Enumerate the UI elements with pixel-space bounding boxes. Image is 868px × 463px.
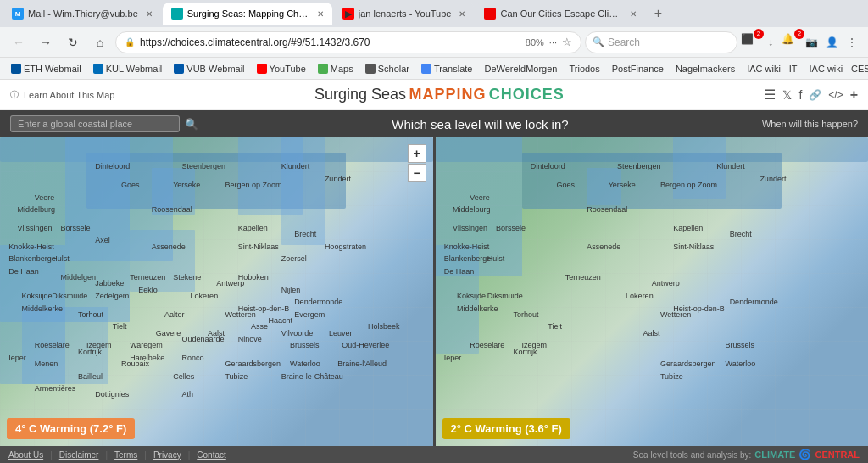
forward-button[interactable]: → — [34, 31, 58, 54]
brand-name: CLIMATE — [754, 449, 795, 460]
tab-youtube[interactable]: ▶ jan lenaerts - YouTube ✕ — [334, 3, 475, 25]
bookmark-eth[interactable]: ETH Webmail — [7, 62, 86, 75]
reload-button[interactable]: ↻ — [61, 31, 85, 54]
bookmark-youtube-label: YouTube — [270, 64, 306, 74]
profile-icon[interactable]: 👤 — [822, 33, 841, 52]
footer-terms[interactable]: Terms — [114, 450, 137, 460]
menu-icon[interactable]: ☰ — [764, 86, 776, 103]
footer-links: About Us | Disclaimer | Terms | Privacy … — [8, 450, 226, 460]
left-temp-badge: 4° C Warming (7.2° F) — [7, 418, 135, 439]
nav-bar: ← → ↻ ⌂ 🔒 https://choices.climatecentral… — [0, 27, 868, 58]
app-header-left: ⓘ Learn About This Map — [10, 89, 114, 101]
bookmark-triodos[interactable]: Triodos — [565, 62, 604, 75]
bookmark-postfinance[interactable]: PostFinance — [608, 62, 668, 75]
tab-climate-favicon — [484, 8, 496, 20]
twitter-icon[interactable]: 𝕏 — [782, 88, 792, 102]
add-icon[interactable]: + — [850, 87, 858, 103]
footer-privacy[interactable]: Privacy — [153, 450, 181, 460]
zoom-in-button[interactable]: + — [408, 144, 426, 163]
embed-icon[interactable]: </> — [828, 89, 843, 101]
download-icon[interactable]: ↓ — [761, 33, 780, 52]
bookmark-scholar-label: Scholar — [378, 64, 409, 74]
bookmark-kul[interactable]: KUL Webmail — [89, 62, 167, 75]
tab-mapping-close[interactable]: ✕ — [317, 9, 324, 19]
extensions-icon[interactable]: ⬛ 2 — [741, 33, 760, 52]
bookmark-deworldmorgen-label: DeWereldMorgen — [484, 64, 557, 74]
bookmark-scholar[interactable]: Scholar — [361, 62, 414, 75]
bookmark-iac-cesm[interactable]: IAC wiki - CESM — [805, 62, 869, 75]
bookmark-maps[interactable]: Maps — [314, 62, 358, 75]
search-submit-icon[interactable]: 🔍 — [185, 118, 198, 131]
learn-about-map-link[interactable]: Learn About This Map — [24, 90, 114, 100]
bookmark-nagelmackers[interactable]: Nagelmackers — [671, 62, 739, 75]
more-options-icon[interactable]: ··· — [549, 37, 557, 47]
right-temp-badge: 2° C Warming (3.6° F) — [442, 418, 570, 439]
brand-name2: CENTRAL — [815, 449, 860, 460]
tab-mapping[interactable]: Surging Seas: Mapping Choices ✕ — [163, 3, 332, 25]
footer-disclaimer[interactable]: Disclaimer — [59, 450, 99, 460]
maps-container: Dinteloord Steenbergen Klundert Veere Go… — [0, 137, 868, 446]
settings-icon[interactable]: ⋮ — [843, 33, 861, 52]
search-icon: 🔍 — [593, 36, 604, 47]
app-header: ⓘ Learn About This Map Surging Seas MAPP… — [0, 80, 868, 110]
bookmark-deworldmorgen[interactable]: DeWereldMorgen — [480, 62, 561, 75]
left-map-terrain: Dinteloord Steenbergen Klundert Veere Go… — [0, 137, 433, 446]
bookmark-iac-cesm-label: IAC wiki - CESM — [810, 64, 869, 74]
tab-climate-label: Can Our Cities Escape Climate ... — [500, 8, 622, 19]
bookmark-star-icon[interactable]: ☆ — [562, 36, 572, 48]
bookmark-translate-label: Translate — [434, 64, 472, 74]
security-lock-icon: 🔒 — [125, 37, 135, 47]
bookmark-eth-label: ETH Webmail — [24, 64, 81, 74]
footer-about[interactable]: About Us — [8, 450, 43, 460]
zoom-out-button[interactable]: − — [408, 164, 426, 182]
bookmark-translate[interactable]: Translate — [417, 62, 476, 75]
tab-mail-close[interactable]: ✕ — [146, 9, 153, 19]
when-label[interactable]: When will this happen? — [762, 119, 858, 129]
tab-mail-favicon: M — [12, 8, 24, 20]
credit-text: Sea level tools and analysis by: — [633, 450, 752, 460]
notifications-icon[interactable]: 🔔 2 — [782, 33, 800, 52]
screenshot-icon[interactable]: 📷 — [802, 33, 821, 52]
bookmark-scholar-favicon — [365, 64, 376, 74]
question-bar: 🔍 Which sea level will we lock in? When … — [0, 110, 868, 137]
tab-youtube-label: jan lenaerts - YouTube — [359, 8, 452, 19]
bookmark-maps-label: Maps — [331, 64, 353, 74]
bookmark-triodos-label: Triodos — [569, 64, 599, 74]
home-button[interactable]: ⌂ — [88, 31, 112, 54]
address-bar[interactable]: 🔒 https://choices.climatecentral.org/#9/… — [115, 31, 581, 53]
map-split-divider — [433, 137, 436, 446]
url-display: https://choices.climatecentral.org/#9/51… — [140, 36, 520, 48]
app-logo: ⓘ — [10, 89, 19, 101]
facebook-icon[interactable]: f — [798, 88, 802, 102]
bookmarks-bar: ETH Webmail KUL Webmail VUB Webmail YouT… — [0, 58, 868, 80]
share-link-icon[interactable]: 🔗 — [809, 89, 821, 101]
bookmark-maps-favicon — [318, 64, 328, 74]
bookmark-iac-it[interactable]: IAC wiki - IT — [743, 62, 801, 75]
app-header-right: ☰ 𝕏 f 🔗 </> + — [764, 86, 858, 103]
tab-climate-close[interactable]: ✕ — [630, 9, 637, 19]
coastal-place-search[interactable] — [10, 115, 180, 132]
tab-climate[interactable]: Can Our Cities Escape Climate ... ✕ — [476, 3, 645, 25]
nav-extra-icons: ⬛ 2 ↓ 🔔 2 📷 👤 ⋮ — [741, 33, 861, 52]
bookmark-vub[interactable]: VUB Webmail — [170, 62, 248, 75]
search-placeholder: Search — [608, 36, 640, 48]
search-bar[interactable]: 🔍 Search — [585, 31, 737, 53]
zoom-level: 80% — [526, 37, 544, 47]
cc-logo-icon: 🌀 — [798, 449, 811, 460]
bookmark-youtube-favicon — [257, 64, 267, 74]
new-tab-button[interactable]: + — [647, 3, 669, 25]
back-button[interactable]: ← — [7, 31, 31, 54]
bookmark-kul-favicon — [93, 64, 103, 74]
map-section: 🔍 Which sea level will we lock in? When … — [0, 110, 868, 463]
tab-mail[interactable]: M Mail - Wim.Thiery@vub.be ✕ — [3, 3, 161, 25]
right-map-panel: Dinteloord Steenbergen Klundert Veere Go… — [436, 137, 869, 446]
footer-contact[interactable]: Contact — [197, 450, 225, 460]
climate-central-credit: Sea level tools and analysis by: CLIMATE… — [633, 449, 860, 460]
app-title-surging: Surging Seas — [314, 86, 406, 103]
map-footer: About Us | Disclaimer | Terms | Privacy … — [0, 446, 868, 463]
bookmark-iac-it-label: IAC wiki - IT — [747, 64, 797, 74]
bookmark-eth-favicon — [11, 64, 21, 74]
left-map-panel: Dinteloord Steenbergen Klundert Veere Go… — [0, 137, 433, 446]
bookmark-youtube[interactable]: YouTube — [253, 62, 310, 75]
tab-youtube-close[interactable]: ✕ — [459, 9, 465, 19]
